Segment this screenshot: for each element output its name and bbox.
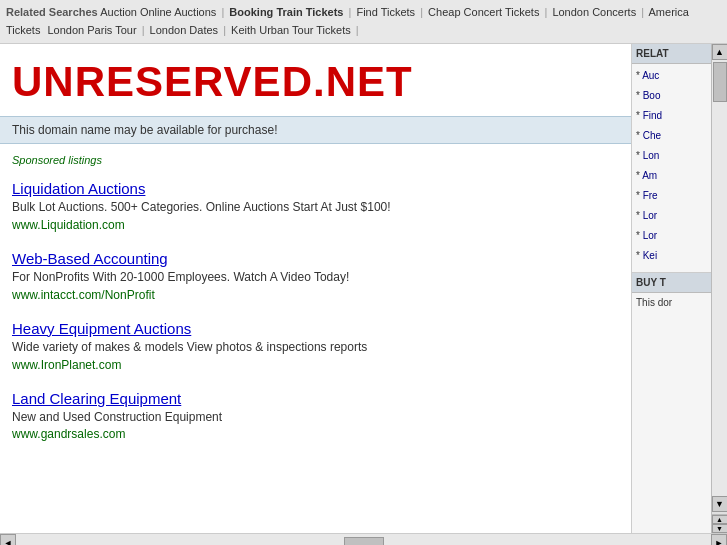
outer-scroll-down[interactable]: ▼ (712, 524, 728, 533)
listing-3-url[interactable]: www.IronPlanet.com (12, 358, 619, 372)
scroll-down-button[interactable]: ▼ (712, 496, 728, 512)
listing-3: Heavy Equipment Auctions Wide variety of… (0, 312, 631, 382)
horizontal-scrollbar[interactable]: ◄ ► (0, 533, 727, 545)
logo-area: UNRESERVED.NET (0, 44, 631, 116)
listing-2-desc: For NonProfits With 20-1000 Employees. W… (12, 269, 619, 286)
top-link-3[interactable]: Cheap Concert Tickets (428, 6, 539, 18)
sidebar-link-9[interactable]: Kei (632, 246, 711, 266)
sidebar-buy-title: BUY T (632, 273, 711, 293)
listing-3-url-link[interactable]: www.IronPlanet.com (12, 358, 121, 372)
listing-2-url[interactable]: www.intacct.com/NonProfit (12, 288, 619, 302)
vertical-scrollbar[interactable]: ▲ ▼ ▲ ▼ (711, 44, 727, 533)
listing-2: Web-Based Accounting For NonProfits With… (0, 242, 631, 312)
sidebar-buy-text: This dor (632, 293, 711, 312)
listing-2-title[interactable]: Web-Based Accounting (12, 250, 619, 267)
outer-scroll-up[interactable]: ▲ (712, 515, 728, 524)
top-link-7[interactable]: London Dates (150, 24, 219, 36)
horizontal-scroll-track[interactable] (16, 534, 711, 545)
sidebar-link-5[interactable]: Am (632, 166, 711, 186)
related-searches-label: Related Searches (6, 6, 98, 18)
site-logo: UNRESERVED.NET (12, 58, 619, 106)
listing-3-desc: Wide variety of makes & models View phot… (12, 339, 619, 356)
scroll-right-button[interactable]: ► (711, 534, 727, 545)
sidebar-buy-section: BUY T This dor (632, 272, 711, 312)
listing-4-link[interactable]: Land Clearing Equipment (12, 390, 181, 407)
listing-1-url-link[interactable]: www.Liquidation.com (12, 218, 125, 232)
sidebar-related-title: RELAT (632, 44, 711, 64)
sidebar-link-3[interactable]: Che (632, 126, 711, 146)
horizontal-scroll-thumb[interactable] (344, 537, 384, 545)
sidebar-link-0[interactable]: Auc (632, 66, 711, 86)
listing-1-title[interactable]: Liquidation Auctions (12, 180, 619, 197)
listing-1: Liquidation Auctions Bulk Lot Auctions. … (0, 172, 631, 242)
scroll-track[interactable] (712, 60, 727, 496)
listing-1-desc: Bulk Lot Auctions. 500+ Categories. Onli… (12, 199, 619, 216)
sidebar-links: Auc Boo Find Che Lon Am Fre Lor Lor Kei (632, 64, 711, 268)
listing-1-link[interactable]: Liquidation Auctions (12, 180, 145, 197)
listing-3-title[interactable]: Heavy Equipment Auctions (12, 320, 619, 337)
scroll-thumb[interactable] (713, 62, 727, 102)
scroll-up-button[interactable]: ▲ (712, 44, 728, 60)
listing-1-url[interactable]: www.Liquidation.com (12, 218, 619, 232)
domain-notice: This domain name may be available for pu… (0, 116, 631, 144)
sidebar-link-6[interactable]: Fre (632, 186, 711, 206)
sidebar-link-7[interactable]: Lor (632, 206, 711, 226)
top-link-8[interactable]: Keith Urban Tour Tickets (231, 24, 351, 36)
right-sidebar: RELAT Auc Boo Find Che Lon Am Fre Lor Lo… (631, 44, 711, 533)
listing-4-url[interactable]: www.gandrsales.com (12, 427, 619, 441)
main-content: UNRESERVED.NET This domain name may be a… (0, 44, 631, 533)
scroll-left-button[interactable]: ◄ (0, 534, 16, 545)
top-link-0[interactable]: Auction Online Auctions (100, 6, 216, 18)
listing-4-desc: New and Used Construction Equipment (12, 409, 619, 426)
listing-2-link[interactable]: Web-Based Accounting (12, 250, 168, 267)
top-link-6[interactable]: London Paris Tour (48, 24, 137, 36)
top-link-4[interactable]: London Concerts (552, 6, 636, 18)
listing-4-url-link[interactable]: www.gandrsales.com (12, 427, 125, 441)
sponsored-label: Sponsored listings (0, 150, 631, 170)
sidebar-link-8[interactable]: Lor (632, 226, 711, 246)
listing-2-url-link[interactable]: www.intacct.com/NonProfit (12, 288, 155, 302)
listing-4-title[interactable]: Land Clearing Equipment (12, 390, 619, 407)
listing-3-link[interactable]: Heavy Equipment Auctions (12, 320, 191, 337)
listing-4: Land Clearing Equipment New and Used Con… (0, 382, 631, 452)
sidebar-link-1[interactable]: Boo (632, 86, 711, 106)
top-link-1[interactable]: Booking Train Tickets (229, 6, 343, 18)
sidebar-link-2[interactable]: Find (632, 106, 711, 126)
top-link-2[interactable]: Find Tickets (356, 6, 415, 18)
sidebar-link-4[interactable]: Lon (632, 146, 711, 166)
top-related-bar: Related Searches Auction Online Auctions… (0, 0, 727, 44)
